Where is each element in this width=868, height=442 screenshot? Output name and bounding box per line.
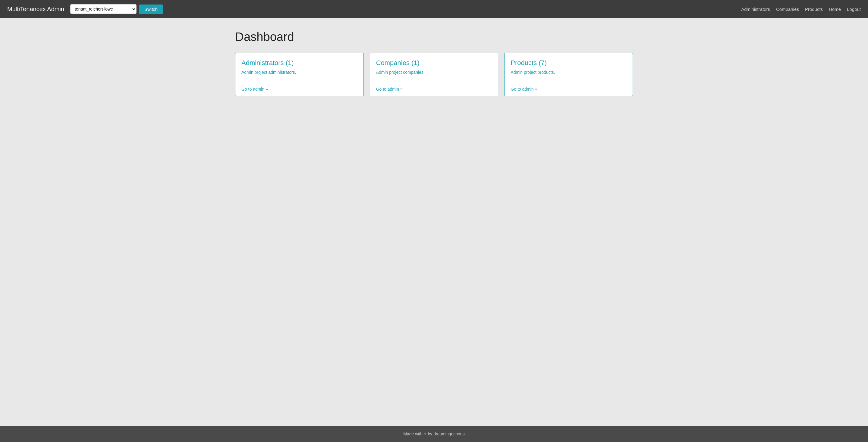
products-card-description: Admin project products.	[510, 70, 627, 75]
page-title: Dashboard	[235, 30, 633, 44]
companies-card-title[interactable]: Companies (1)	[376, 59, 492, 67]
companies-card-body: Companies (1) Admin project companies.	[370, 53, 498, 82]
main-content: Dashboard Administrators (1) Admin proje…	[223, 18, 645, 426]
nav-link-home[interactable]: Home	[829, 7, 841, 12]
nav-link-administrators[interactable]: Administrators	[741, 7, 770, 12]
administrators-card-title[interactable]: Administrators (1)	[241, 59, 358, 67]
navbar-brand: MultiTenancex Admin	[7, 6, 64, 13]
products-card: Products (7) Admin project products. Go …	[504, 53, 633, 96]
administrators-go-to-admin-link[interactable]: Go to admin »	[241, 87, 268, 92]
tenant-select[interactable]: tenant_reichert-lowe	[70, 4, 136, 14]
footer-text-before: Made with	[403, 432, 423, 436]
companies-card-description: Admin project companies.	[376, 70, 492, 75]
companies-card: Companies (1) Admin project companies. G…	[370, 53, 498, 96]
administrators-card-footer: Go to admin »	[236, 82, 364, 96]
nav-links: Administrators Companies Products Home L…	[741, 7, 861, 12]
nav-link-logout[interactable]: Logout	[847, 7, 861, 12]
footer-text-after: by	[428, 432, 432, 436]
products-card-title[interactable]: Products (7)	[510, 59, 627, 67]
footer-heart-icon: ♥	[424, 431, 427, 436]
footer: Made with ♥ by dreamingechoes	[0, 426, 868, 442]
companies-card-footer: Go to admin »	[370, 82, 498, 96]
navbar: MultiTenancex Admin tenant_reichert-lowe…	[0, 0, 868, 18]
companies-go-to-admin-link[interactable]: Go to admin »	[376, 87, 403, 92]
products-card-footer: Go to admin »	[504, 82, 632, 96]
products-go-to-admin-link[interactable]: Go to admin »	[510, 87, 537, 92]
nav-link-products[interactable]: Products	[805, 7, 823, 12]
footer-link[interactable]: dreamingechoes	[433, 432, 465, 436]
administrators-card: Administrators (1) Admin project adminis…	[235, 53, 364, 96]
switch-button[interactable]: Switch	[139, 4, 163, 14]
administrators-card-body: Administrators (1) Admin project adminis…	[236, 53, 364, 82]
administrators-card-description: Admin project administrators.	[241, 70, 358, 75]
cards-grid: Administrators (1) Admin project adminis…	[235, 53, 633, 96]
products-card-body: Products (7) Admin project products.	[504, 53, 632, 82]
tenant-form: tenant_reichert-lowe Switch	[70, 4, 741, 14]
nav-link-companies[interactable]: Companies	[776, 7, 799, 12]
